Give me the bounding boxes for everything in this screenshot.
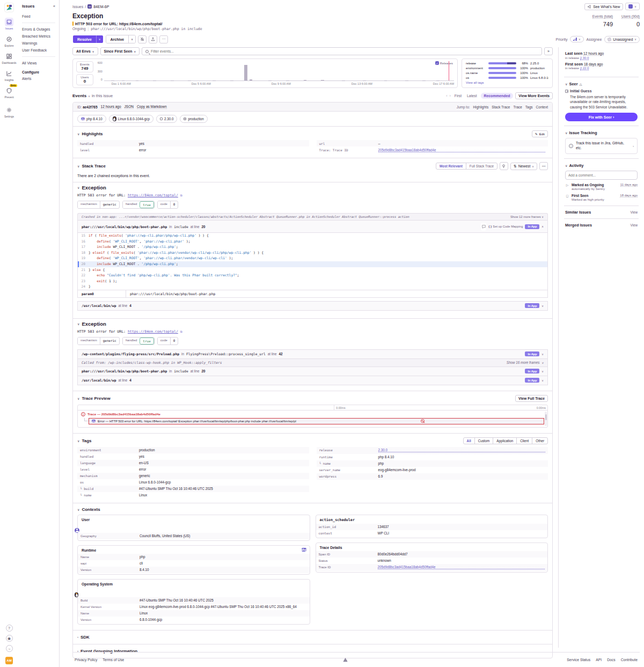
thread-icon-button[interactable] <box>500 162 508 170</box>
view-full-trace-button[interactable]: View Full Trace <box>515 395 548 402</box>
chevron-down-icon[interactable]: ∨ <box>77 186 79 189</box>
chevron-down-icon[interactable]: ∨ <box>541 370 544 373</box>
stack-frame[interactable]: phar:///usr/local/bin/wp/php/boot-phar.p… <box>77 220 548 233</box>
tag-row[interactable]: └ build#47-Ubuntu SMP Thu Oct 16 10:40:4… <box>77 486 309 492</box>
tag-row[interactable]: runtimephp 8.4.10 <box>317 454 548 460</box>
sidebar-item[interactable]: Errors & Outages <box>22 26 55 33</box>
track-issue-card[interactable]: i Track this issue in Jira, GitHub, etc.… <box>565 138 638 154</box>
quickstart-icon[interactable]: → <box>6 645 13 652</box>
exception-url-link[interactable]: https://84em.com/toptal/ <box>128 329 178 334</box>
breadcrumb-issues[interactable]: Issues <box>72 5 83 9</box>
fix-with-seer-button[interactable]: Fix with Seer › <box>565 113 638 121</box>
sidebar-item[interactable]: Warnings <box>22 40 55 47</box>
environment-filter[interactable]: All Envs∨ <box>72 47 98 55</box>
tag-filter[interactable]: Application <box>493 438 516 444</box>
chevron-down-icon[interactable]: ∨ <box>77 397 79 400</box>
stack-frame[interactable]: /usr/local/bin/wp at line 4 In App ∨ <box>77 376 548 385</box>
in-app-badge[interactable]: In App <box>525 351 539 356</box>
tag-summary-row[interactable]: environment100%production <box>466 67 548 70</box>
jump-link[interactable]: Trace <box>513 105 522 109</box>
sentry-logo[interactable] <box>4 3 14 12</box>
view-all-tags-link[interactable]: View all tags <box>466 81 548 84</box>
trace-root-row[interactable]: 1 Trace — 205d9d8bc3ad415baa18ab4d50ffad… <box>78 411 547 418</box>
event-age[interactable]: 12 hours ago <box>101 105 121 109</box>
tag-row[interactable]: mechanismgeneric <box>77 473 309 479</box>
nav-first-event[interactable]: First <box>453 93 463 99</box>
prev-event-button[interactable]: ‹ <box>446 94 447 98</box>
chevron-down-icon[interactable]: ∨ <box>565 82 567 86</box>
tag-summary-row[interactable]: os.name100%Linux <box>466 71 548 75</box>
tag-row[interactable]: └ nameLinux <box>77 492 309 499</box>
next-event-button[interactable]: › <box>450 94 451 98</box>
footer-link[interactable]: Contribute <box>621 658 638 662</box>
whats-new-button[interactable]: See What's New <box>584 3 623 10</box>
sidebar-item[interactable]: All Views <box>22 60 55 67</box>
jump-link[interactable]: Context <box>536 105 548 109</box>
tag-row[interactable]: languageen-US <box>77 460 309 466</box>
php-version-chip[interactable]: phpphp 8.4.10 <box>77 115 106 123</box>
chevron-down-icon[interactable]: ∨ <box>77 132 79 136</box>
sidebar-item[interactable]: Alerts <box>22 75 55 82</box>
assignee-dropdown[interactable]: Unassigned ∨ <box>604 36 640 43</box>
jump-link[interactable]: Highlights <box>473 105 489 109</box>
exception-url-link[interactable]: https://84em.com/toptal/ <box>128 193 178 197</box>
chevron-down-icon[interactable]: ∨ <box>565 164 567 167</box>
sidebar-item[interactable]: Feed <box>22 13 55 20</box>
environment-chip[interactable]: production <box>180 115 207 123</box>
chevron-down-icon[interactable]: ∨ <box>565 131 567 135</box>
tag-row[interactable]: levelerror <box>77 466 309 473</box>
account-menu-button[interactable]: ∨ <box>625 3 640 10</box>
called-from-frame[interactable]: Called from: /wp-includes/class-wp-hook.… <box>77 359 548 367</box>
in-app-badge[interactable]: In App <box>525 378 539 383</box>
copy-markdown-link[interactable]: Copy as Markdown <box>137 105 167 109</box>
comment-icon[interactable] <box>481 223 486 231</box>
share-button[interactable] <box>149 35 157 43</box>
user-avatar[interactable]: AM <box>5 657 13 664</box>
release-link[interactable]: 2.30.0 <box>378 448 546 452</box>
chevron-down-icon[interactable]: ∨ <box>77 508 79 511</box>
nav-recommended-event[interactable]: Recommended <box>481 93 514 99</box>
chevron-down-icon[interactable]: ∨ <box>541 304 544 307</box>
in-app-badge[interactable]: In App <box>525 369 539 373</box>
footer-link[interactable]: Docs <box>607 658 616 662</box>
rail-item-issues[interactable]: Issues <box>5 18 13 30</box>
jump-link[interactable]: Stack Trace <box>492 105 510 109</box>
rail-item-explore[interactable]: Explore <box>5 35 14 47</box>
tag-filter-all[interactable]: All <box>464 438 474 444</box>
sdk-section[interactable]: ›SDK <box>73 631 552 644</box>
first-seen-time[interactable]: 18 days ago <box>584 62 603 67</box>
jump-link[interactable]: Tags <box>525 105 533 109</box>
tag-filter[interactable]: Client <box>516 438 532 444</box>
rail-item-settings[interactable]: Settings <box>4 106 14 118</box>
resolve-button[interactable]: Resolve <box>73 35 96 43</box>
tag-summary-row[interactable]: release68%2.25.0 <box>466 62 548 65</box>
chevron-down-icon[interactable]: ∨ <box>77 322 79 326</box>
footer-link[interactable]: Terms of Use <box>103 658 124 662</box>
collapse-sidebar-icon[interactable]: « <box>53 4 55 8</box>
in-app-badge[interactable]: In App <box>525 303 539 308</box>
release-chip[interactable]: 2.30.0 <box>156 115 178 123</box>
tag-filter[interactable]: Custom <box>474 438 493 444</box>
merged-issues-view-link[interactable]: View <box>630 223 638 227</box>
comment-input[interactable] <box>565 171 638 180</box>
chevron-right-icon[interactable]: › <box>77 635 78 639</box>
show-more-frames-link[interactable]: Show 16 more frames <box>507 361 540 364</box>
most-relevant-toggle[interactable]: Most Relevant <box>436 163 466 169</box>
footer-link[interactable]: Privacy Policy <box>75 658 97 662</box>
show-more-frames-link[interactable]: Show 12 more frames ∨ <box>510 215 544 218</box>
sort-newest-dropdown[interactable]: ⇅ Newest ∨ <box>510 163 537 170</box>
chart-events-toggle[interactable]: Events 749 <box>76 61 93 72</box>
rail-item-insights[interactable]: Insights <box>4 69 13 82</box>
help-icon[interactable]: ? <box>6 625 13 632</box>
tag-row[interactable]: environmentproduction <box>77 447 309 453</box>
chevron-up-icon[interactable]: ∧ <box>541 225 544 228</box>
release-link[interactable]: 2.30.0 <box>580 56 589 60</box>
tag-row[interactable]: └ namephp <box>317 460 548 467</box>
footer-link[interactable]: Service Status <box>567 658 590 662</box>
mute-button[interactable] <box>138 35 147 43</box>
rail-item-dashboards[interactable]: Dashboards <box>2 52 17 64</box>
view-more-events-button[interactable]: View More Events <box>515 92 553 99</box>
full-stack-trace-toggle[interactable]: Full Stack Trace <box>466 163 497 169</box>
activity-timestamp[interactable]: 18 days ago <box>620 194 638 197</box>
trace-error-row[interactable]: php Error — HTTP 503 error for URL: http… <box>89 418 544 424</box>
